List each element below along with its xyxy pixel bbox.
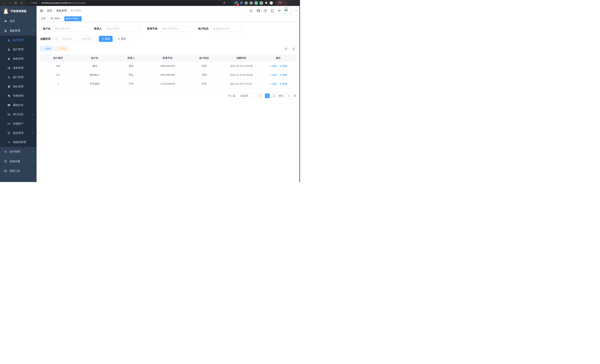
close-icon[interactable]: × bbox=[60, 18, 61, 20]
goto-page-field[interactable] bbox=[287, 94, 290, 97]
sidebar-item-menu[interactable]: 菜单管理 bbox=[0, 64, 37, 73]
status-select[interactable]: 请选择租户状态 bbox=[211, 26, 245, 32]
delete-link[interactable]: 删除 bbox=[280, 64, 287, 68]
extension-blocks-icon[interactable]: 10 bbox=[234, 1, 238, 5]
sidebar-item-post[interactable]: 岗位管理 bbox=[0, 82, 37, 91]
extension-balloon-icon[interactable] bbox=[240, 1, 243, 5]
table-header-row: 租户编号 租户名 联系人 联系手机 租户状态 创建时间 操作 bbox=[40, 55, 296, 62]
sidebar-item-sms[interactable]: 短信管理 bbox=[0, 128, 37, 138]
add-button[interactable]: ＋ 新增 bbox=[40, 46, 53, 51]
sidebar-item-notice[interactable]: 通知公告 bbox=[0, 101, 37, 110]
extension-y-icon[interactable]: y bbox=[254, 1, 258, 5]
extension-chat-icon[interactable] bbox=[260, 1, 263, 5]
extension-record-icon[interactable] bbox=[250, 1, 253, 5]
font-size-icon[interactable]: тT bbox=[278, 9, 281, 12]
github-icon[interactable] bbox=[257, 9, 260, 12]
sidebar-item-infra[interactable]: 基础设施 bbox=[0, 157, 37, 166]
edit-link[interactable]: 修改 bbox=[269, 82, 277, 85]
goto-page-input[interactable] bbox=[285, 93, 293, 99]
help-icon[interactable] bbox=[264, 9, 267, 12]
chevron-down-icon bbox=[32, 160, 34, 162]
search-button[interactable]: 搜索 bbox=[99, 36, 112, 42]
breadcrumb-system[interactable]: 系统管理 bbox=[56, 9, 67, 12]
search-icon bbox=[102, 38, 104, 40]
url-text[interactable]: dashboard.yudao.iocoder.cn/system/tenant bbox=[42, 2, 222, 4]
avatar-caret-icon[interactable]: ▾ bbox=[296, 9, 297, 12]
tab-tenant[interactable]: 租户管理× bbox=[64, 16, 81, 21]
security-warning[interactable]: ⚠ 不安全 bbox=[28, 1, 38, 5]
date-start-placeholder[interactable]: 开始日期 bbox=[59, 37, 75, 41]
tab-dept[interactable]: 部门管理× bbox=[49, 16, 63, 21]
browser-update-button[interactable]: 更新 ⋮ bbox=[276, 1, 287, 5]
security-label: 不安全 bbox=[31, 1, 38, 5]
refresh-icon bbox=[292, 47, 295, 50]
avatar[interactable] bbox=[284, 7, 291, 14]
sidebar-item-pay[interactable]: ¥ 支付管理 bbox=[0, 147, 37, 157]
browser-menu-kebab-icon[interactable]: ⋮ bbox=[283, 2, 286, 4]
fullscreen-icon[interactable] bbox=[271, 9, 274, 12]
sidebar-item-system[interactable]: 系统管理 bbox=[0, 26, 37, 36]
tab-home[interactable]: 首页 bbox=[39, 16, 47, 21]
system-submenu: 租户管理 用户管理 角色管理 菜单管理 bbox=[0, 36, 37, 147]
sidebar-item-tenant[interactable]: 租户管理 bbox=[0, 36, 37, 45]
sidebar-item-error-code[interactable]: 错误码管理 bbox=[0, 138, 37, 147]
contact-label: 联系人 bbox=[94, 27, 102, 30]
tenant-name-input[interactable] bbox=[53, 26, 87, 32]
mobile-label: 联系手机 bbox=[147, 27, 158, 30]
contact-field[interactable] bbox=[106, 27, 138, 30]
cell-tenant-id: 107 bbox=[40, 74, 76, 76]
extension-badge: 10 bbox=[236, 3, 239, 5]
sidebar-item-home[interactable]: 首页 bbox=[0, 16, 37, 26]
contact-input[interactable] bbox=[104, 26, 140, 32]
address-bar[interactable]: ⚠ 不安全 dashboard.yudao.iocoder.cn/system/… bbox=[26, 1, 232, 5]
browser-reload-icon[interactable]: ⟳ bbox=[13, 0, 18, 5]
monitor-icon bbox=[4, 160, 7, 163]
edit-link[interactable]: 修改 bbox=[269, 64, 277, 68]
reset-button[interactable]: 重置 bbox=[115, 36, 129, 42]
browser-forward-icon[interactable]: → bbox=[7, 0, 12, 5]
chevron-down-icon bbox=[32, 151, 34, 153]
sidebar-item-devtools[interactable]: 研发工具 bbox=[0, 166, 37, 176]
tenant-name-field[interactable] bbox=[55, 27, 84, 30]
goto-suffix: 页 bbox=[294, 94, 296, 98]
edit-link[interactable]: 修改 bbox=[269, 73, 277, 77]
col-status: 租户状态 bbox=[186, 56, 222, 60]
sidebar-item-role[interactable]: 角色管理 bbox=[0, 54, 37, 64]
sidebar-item-user[interactable]: 用户管理 bbox=[0, 45, 37, 54]
extension-command-icon[interactable]: ⌘ bbox=[244, 1, 248, 5]
table-refresh-button[interactable] bbox=[291, 46, 296, 51]
browser-home-icon[interactable]: ⌂ bbox=[19, 0, 24, 5]
sidebar-fold-icon[interactable] bbox=[40, 9, 44, 13]
date-range-picker[interactable]: 开始日期 - 结束日期 bbox=[53, 36, 97, 42]
prev-page-button[interactable]: ‹ bbox=[258, 93, 263, 98]
date-end-placeholder[interactable]: 结束日期 bbox=[78, 37, 94, 41]
sidebar-item-audit-log[interactable]: 审计日志 bbox=[0, 110, 37, 119]
close-icon[interactable]: × bbox=[78, 18, 80, 20]
delete-link[interactable]: 删除 bbox=[280, 82, 287, 85]
delete-link[interactable]: 删除 bbox=[280, 73, 287, 77]
export-button[interactable]: 导出 bbox=[55, 46, 68, 51]
mobile-field[interactable] bbox=[162, 27, 189, 30]
app-logo[interactable]: 芋道管理系统 bbox=[0, 6, 37, 16]
toolbox-icon bbox=[4, 169, 7, 173]
cell-contact: 芋艿 bbox=[113, 82, 149, 85]
tags-view: 首页 部门管理× 租户管理× bbox=[37, 16, 300, 22]
page-number-1[interactable]: 1 bbox=[265, 93, 270, 98]
next-page-button[interactable]: › bbox=[272, 93, 276, 98]
yen-icon: ¥ bbox=[4, 150, 7, 153]
sidebar-item-dept[interactable]: 部门管理 bbox=[0, 73, 37, 82]
page-size-select[interactable]: 10条/页 bbox=[238, 93, 256, 99]
table-search-toggle-button[interactable] bbox=[283, 46, 289, 51]
breadcrumb-home[interactable]: 首页 bbox=[47, 9, 52, 12]
extensions-puzzle-icon[interactable] bbox=[264, 1, 268, 5]
header-search-icon[interactable] bbox=[250, 9, 253, 12]
browser-back-icon[interactable]: ← bbox=[1, 0, 6, 5]
extension-emoji-icon[interactable]: ☺ bbox=[270, 1, 273, 5]
sidebar-item-online-users[interactable]: 在线用户 bbox=[0, 119, 37, 128]
browser-toolbar: ← → ⟳ ⌂ ⚠ 不安全 dashboard.yudao.iocoder.cn… bbox=[0, 0, 300, 6]
users-icon bbox=[7, 39, 10, 42]
share-icon[interactable] bbox=[223, 1, 226, 5]
sidebar-item-dict[interactable]: 字典管理 bbox=[0, 91, 37, 101]
bookmark-star-icon[interactable]: ☆ bbox=[228, 1, 230, 5]
mobile-input[interactable] bbox=[159, 26, 191, 32]
